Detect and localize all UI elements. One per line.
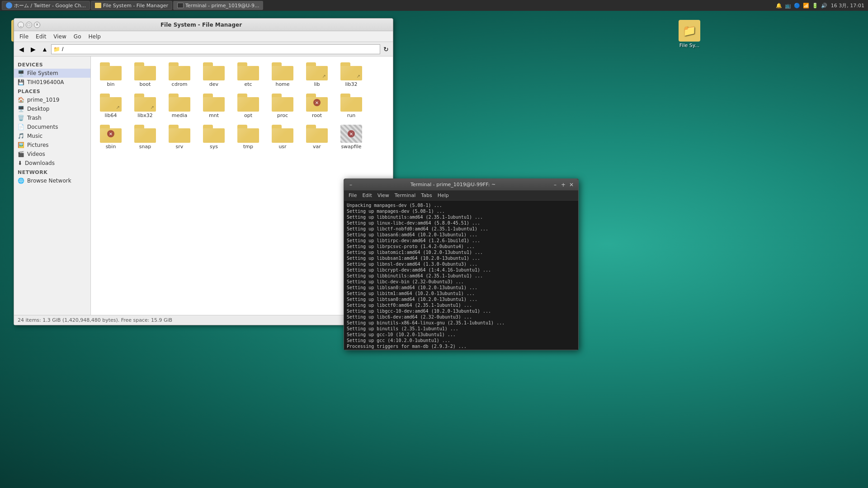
terminal-output-line: Setting up libbinutils:amd64 (2.35.1-1ub… — [347, 214, 576, 220]
fm-up-button[interactable]: ▲ — [39, 44, 50, 55]
fm-forward-button[interactable]: ▶ — [28, 44, 38, 55]
folder-lib[interactable]: ↗ lib — [301, 60, 333, 89]
taskbar-app-browser-label: ホーム / Twitter - Google Ch... — [14, 2, 86, 9]
home-icon: 🏠 — [18, 97, 24, 103]
folder-icon-mnt — [203, 94, 225, 112]
swapfile-x-icon: ✕ — [349, 131, 353, 136]
fm-menu-go[interactable]: Go — [70, 33, 85, 41]
sidebar-item-downloads[interactable]: ⬇️ Downloads — [14, 159, 90, 168]
fm-address-bar[interactable]: 📁 — [51, 44, 380, 54]
folder-etc[interactable]: etc — [232, 60, 264, 89]
term-menu-view[interactable]: View — [375, 192, 392, 199]
folder-sys[interactable]: sys — [198, 122, 230, 152]
sidebar-item-filesystem[interactable]: 🖥️ File System — [14, 69, 90, 78]
folder-cdrom[interactable]: cdrom — [163, 60, 196, 89]
folder-icon-libx32: ↗ — [134, 94, 156, 112]
sidebar-item-documents[interactable]: 📄 Documents — [14, 122, 90, 131]
terminal-output-line: Setting up libtirpc-dev:amd64 (1.2.6-1bu… — [347, 238, 576, 244]
term-menu-help[interactable]: Help — [435, 192, 452, 199]
taskbar-app-fm-label: File System - File Manager — [103, 3, 168, 9]
folder-lib32[interactable]: ↗ lib32 — [335, 60, 368, 89]
folder-icon-boot — [134, 62, 156, 80]
fm-menu-help[interactable]: Help — [85, 33, 104, 41]
folder-bin[interactable]: bin — [94, 60, 127, 89]
folder-dev[interactable]: dev — [198, 60, 230, 89]
folder-sbin[interactable]: ✕ sbin — [94, 122, 127, 152]
terminal-output-line: Setting up libctf0:amd64 (2.35.1-1ubuntu… — [347, 302, 576, 308]
sidebar-item-trash[interactable]: 🗑️ Trash — [14, 113, 90, 122]
network-browse-icon: 🌐 — [18, 178, 24, 184]
folder-root[interactable]: ✕ root — [301, 91, 333, 121]
fm-statusbar: 24 items: 1.3 GiB (1,420,948,480 bytes).… — [14, 315, 393, 325]
folder-icon-desktop: 📁 — [683, 24, 696, 37]
sidebar-item-home[interactable]: 🏠 prime_1019 — [14, 95, 90, 104]
folder-media[interactable]: media — [163, 91, 196, 121]
fm-close-button[interactable]: × — [34, 22, 40, 28]
desktop-icon-filesys[interactable]: 📁 File Sy... — [674, 18, 705, 50]
terminal-output-line: Setting up libctf-nobfd0:amd64 (2.35.1-1… — [347, 226, 576, 232]
terminal-output-line: Setting up libatomic1:amd64 (10.2.0-13ub… — [347, 249, 576, 255]
desktop: ホーム / Twitter - Google Ch... File System… — [0, 0, 868, 488]
folder-icon-run — [340, 94, 362, 112]
terminal-output-line: Setting up binutils (2.35.1-1ubuntu1) ..… — [347, 326, 576, 332]
term-menu-terminal[interactable]: Terminal — [392, 192, 419, 199]
terminal-minimize-button[interactable]: – — [552, 182, 558, 188]
fm-window-controls: _ □ × — [18, 22, 40, 28]
term-menu-edit[interactable]: Edit — [359, 192, 374, 199]
fm-reload-button[interactable]: ↻ — [381, 44, 391, 54]
symlink-arrow-lib32: ↗ — [357, 74, 360, 79]
folder-bin-label: bin — [107, 81, 114, 87]
sidebar-item-pictures[interactable]: 🖼️ Pictures — [14, 141, 90, 150]
fm-back-button[interactable]: ◀ — [16, 44, 27, 55]
taskbar-app-terminal[interactable]: Terminal - prime_1019@U-9... — [173, 1, 264, 10]
terminal-maximize-button[interactable]: + — [560, 182, 566, 188]
filemanager-icon — [95, 3, 101, 8]
terminal-icon — [177, 3, 184, 8]
terminal-close-button[interactable]: ✕ — [568, 182, 575, 188]
sidebar-item-music[interactable]: 🎵 Music — [14, 131, 90, 141]
sidebar-item-desktop[interactable]: 🖥️ Desktop — [14, 104, 90, 113]
fm-menu-file[interactable]: File — [16, 33, 32, 41]
fm-maximize-button[interactable]: □ — [26, 22, 32, 28]
taskbar-app-browser[interactable]: ホーム / Twitter - Google Ch... — [2, 1, 90, 10]
folder-proc[interactable]: proc — [266, 91, 299, 121]
folder-opt[interactable]: opt — [232, 91, 264, 121]
folder-lib64-label: lib64 — [104, 113, 117, 118]
sidebar-places-header: PLACES — [14, 87, 90, 95]
folder-icon-root: ✕ — [306, 94, 328, 112]
terminal-output-line: Setting up linux-libc-dev:amd64 (5.8.0-4… — [347, 220, 576, 226]
sidebar-item-tih[interactable]: 💾 TIH0196400A — [14, 78, 90, 87]
folder-snap[interactable]: snap — [129, 122, 161, 152]
folder-mnt[interactable]: mnt — [198, 91, 230, 121]
terminal-minimize-icon[interactable]: – — [348, 182, 354, 188]
fm-menu-view[interactable]: View — [50, 33, 70, 41]
folder-var[interactable]: var — [301, 122, 333, 152]
folder-srv[interactable]: srv — [163, 122, 196, 152]
folder-usr[interactable]: usr — [266, 122, 299, 152]
folder-boot[interactable]: boot — [129, 60, 161, 89]
sidebar-item-browse-network[interactable]: 🌐 Browse Network — [14, 176, 90, 185]
volume-icon: 🔊 — [821, 3, 827, 9]
folder-tmp[interactable]: tmp — [232, 122, 264, 152]
bluetooth-icon: 🔵 — [794, 3, 800, 9]
sidebar-item-videos[interactable]: 🎬 Videos — [14, 150, 90, 159]
pictures-icon: 🖼️ — [18, 142, 24, 148]
folder-libx32[interactable]: ↗ libx32 — [129, 91, 161, 121]
notification-icon: 🔔 — [776, 3, 782, 9]
file-swapfile[interactable]: ✕ swapfile — [335, 122, 368, 152]
terminal-output-line: Setting up libasan6:amd64 (10.2.0-13ubun… — [347, 232, 576, 238]
fm-menu-edit[interactable]: Edit — [32, 33, 50, 41]
folder-icon-cdrom — [169, 62, 190, 80]
progress-bar: [#######################################… — [393, 349, 572, 350]
fm-minimize-button[interactable]: _ — [18, 22, 24, 28]
term-menu-file[interactable]: File — [346, 192, 359, 199]
terminal-content: Unpacking manpages-dev (5.08-1) ...Setti… — [344, 201, 578, 350]
fm-address-input[interactable] — [62, 46, 378, 52]
folder-lib64[interactable]: ↗ lib64 — [94, 91, 127, 121]
folder-run[interactable]: run — [335, 91, 368, 121]
folder-icon-home — [272, 62, 293, 80]
taskbar-app-filemanager[interactable]: File System - File Manager — [91, 1, 172, 10]
folder-home[interactable]: home — [266, 60, 299, 89]
term-menu-tabs[interactable]: Tabs — [418, 192, 434, 199]
terminal-output-line: Setting up libtsan0:amd64 (10.2.0-13ubun… — [347, 296, 576, 302]
